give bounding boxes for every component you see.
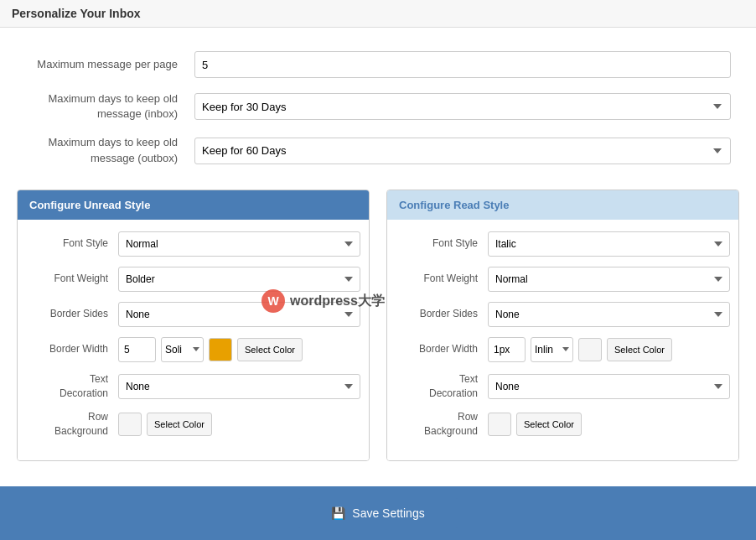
read-panel-body: Font Style Normal Italic Oblique Font We…	[387, 220, 738, 460]
unread-row-bg-label: RowBackground	[26, 410, 118, 439]
unread-row-bg-row: RowBackground Select Color	[26, 410, 360, 439]
read-font-style-control: Normal Italic Oblique	[488, 231, 730, 257]
read-row-bg-swatch	[488, 413, 511, 436]
max-outbox-label: Maximum days to keep old message (outbox…	[17, 128, 186, 172]
read-text-decoration-label: TextDecoration	[396, 372, 488, 401]
read-text-decoration-row: TextDecoration None Underline Overline L…	[396, 372, 730, 401]
read-text-decoration-select[interactable]: None Underline Overline Line-through	[488, 374, 730, 399]
read-border-style-select[interactable]: Inlin Soli Dash	[531, 337, 573, 362]
max-outbox-select[interactable]: Keep for 60 Days Keep for 30 Days Keep f…	[194, 138, 731, 164]
read-select-color-button[interactable]: Select Color	[607, 338, 672, 361]
read-font-weight-control: Normal Bolder Bold Lighter	[488, 267, 730, 292]
unread-font-weight-label: Font Weight	[26, 272, 118, 286]
read-border-width-inner: Inlin Soli Dash Select Color	[488, 337, 730, 362]
read-row-bg-control: Select Color	[488, 413, 730, 436]
read-border-sides-row: Border Sides None Top Bottom All	[396, 302, 730, 327]
read-row-bg-inner: Select Color	[488, 413, 730, 436]
read-row-bg-row: RowBackground Select Color	[396, 410, 730, 439]
unread-color-swatch	[209, 338, 232, 361]
read-font-weight-select[interactable]: Normal Bolder Bold Lighter	[488, 267, 730, 292]
read-border-sides-select[interactable]: None Top Bottom All	[488, 302, 730, 327]
unread-font-style-control: Normal Italic Oblique	[118, 231, 360, 257]
read-panel-title: Configure Read Style	[399, 199, 509, 211]
unread-border-width-control: Soli Dash Dot Select Color	[118, 337, 360, 362]
unread-text-decoration-control: None Underline Overline Line-through	[118, 374, 360, 399]
panels-row: Configure Unread Style Font Style Normal…	[17, 190, 739, 461]
max-inbox-select[interactable]: Keep for 30 Days Keep for 60 Days Keep f…	[194, 93, 731, 120]
unread-panel: Configure Unread Style Font Style Normal…	[17, 190, 370, 461]
read-border-width-control: Inlin Soli Dash Select Color	[488, 337, 730, 362]
unread-text-decoration-label: TextDecoration	[26, 372, 118, 401]
unread-border-width-input[interactable]	[118, 337, 156, 362]
unread-border-sides-label: Border Sides	[26, 307, 118, 321]
unread-panel-title: Configure Unread Style	[29, 199, 150, 211]
read-border-sides-control: None Top Bottom All	[488, 302, 730, 327]
unread-text-decoration-select[interactable]: None Underline Overline Line-through	[118, 374, 360, 399]
read-border-width-row: Border Width Inlin Soli Dash Selec	[396, 337, 730, 362]
save-settings-button[interactable]: 💾 Save Settings	[298, 498, 458, 528]
unread-border-width-label: Border Width	[26, 342, 118, 356]
unread-border-width-row: Border Width Soli Dash Dot Select	[26, 337, 360, 362]
unread-border-style-select[interactable]: Soli Dash Dot	[161, 337, 204, 362]
read-font-weight-label: Font Weight	[396, 272, 488, 286]
unread-font-style-select[interactable]: Normal Italic Oblique	[118, 231, 360, 257]
footer-bar: 💾 Save Settings	[0, 486, 756, 540]
save-icon: 💾	[331, 506, 345, 520]
read-row-bg-color-button[interactable]: Select Color	[516, 413, 582, 436]
read-color-swatch	[578, 338, 602, 361]
unread-panel-body: Font Style Normal Italic Oblique Font We…	[18, 220, 369, 460]
unread-text-decoration-row: TextDecoration None Underline Overline L…	[26, 372, 360, 401]
read-text-decoration-control: None Underline Overline Line-through	[488, 374, 730, 399]
watermark-text: wordpress大学	[290, 293, 385, 310]
page-header: Personalize Your Inbox	[0, 0, 756, 28]
unread-select-color-button[interactable]: Select Color	[237, 338, 303, 361]
read-font-style-label: Font Style	[396, 236, 488, 251]
unread-row-bg-control: Select Color	[118, 413, 360, 436]
read-font-weight-row: Font Weight Normal Bolder Bold Lighter	[396, 267, 730, 292]
save-label: Save Settings	[352, 506, 424, 520]
unread-row-bg-color-button[interactable]: Select Color	[147, 413, 212, 436]
unread-font-style-label: Font Style	[26, 236, 118, 251]
watermark-icon: W	[260, 288, 287, 314]
max-inbox-label: Maximum days to keep old message (inbox)	[17, 85, 186, 128]
max-message-label: Maximum message per page	[17, 44, 186, 85]
read-font-style-select[interactable]: Normal Italic Oblique	[488, 231, 730, 257]
read-border-width-label: Border Width	[396, 342, 488, 356]
unread-row-bg-swatch	[118, 413, 142, 436]
read-font-style-row: Font Style Normal Italic Oblique	[396, 231, 730, 257]
main-content: Maximum message per page Maximum days to…	[0, 28, 756, 486]
read-panel: Configure Read Style Font Style Normal I…	[386, 190, 739, 461]
unread-border-width-inner: Soli Dash Dot Select Color	[118, 337, 360, 362]
settings-table: Maximum message per page Maximum days to…	[17, 44, 739, 173]
read-panel-header: Configure Read Style	[387, 190, 738, 220]
read-border-width-input[interactable]	[488, 337, 526, 362]
page-title: Personalize Your Inbox	[12, 7, 141, 20]
svg-text:W: W	[267, 294, 279, 308]
unread-row-bg-inner: Select Color	[118, 413, 360, 436]
unread-panel-header: Configure Unread Style	[18, 190, 369, 220]
read-row-bg-label: RowBackground	[396, 410, 488, 439]
read-border-sides-label: Border Sides	[396, 307, 488, 321]
unread-font-style-row: Font Style Normal Italic Oblique	[26, 231, 360, 257]
watermark: W wordpress大学	[260, 288, 385, 314]
max-message-input[interactable]	[194, 51, 731, 78]
